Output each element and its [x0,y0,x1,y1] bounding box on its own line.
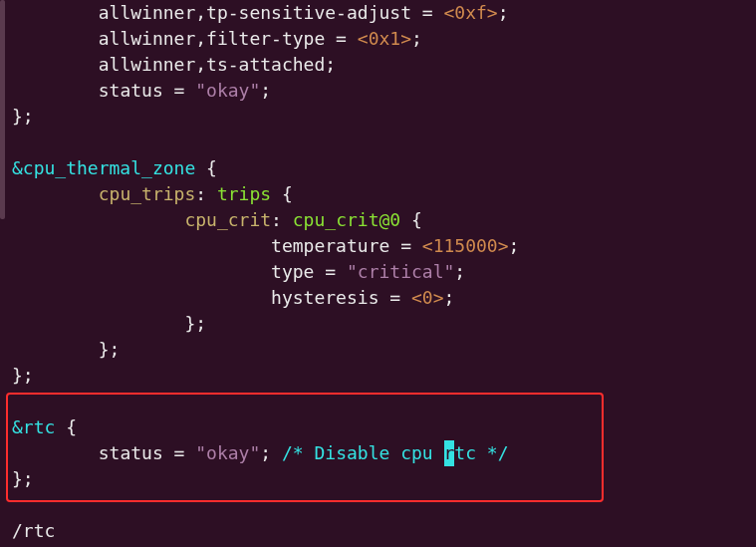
code-line [0,130,756,155]
code-line: hysteresis = <0>; [0,285,756,311]
code-line: }; [0,363,756,389]
code-line: }; [0,104,756,130]
code-line: cpu_crit: cpu_crit@0 { [0,207,756,233]
search-status-line: /rtc [0,518,756,544]
text-cursor: r [444,440,455,466]
code-line: &cpu_thermal_zone { [0,155,756,181]
code-line: status = "okay"; /* Disable cpu rtc */ [0,440,756,466]
code-line: cpu_trips: trips { [0,181,756,207]
code-line [0,389,756,414]
code-line: allwinner,filter-type = <0x1>; [0,26,756,52]
code-line: type = "critical"; [0,259,756,285]
code-editor[interactable]: allwinner,tp-sensitive-adjust = <0xf>; a… [0,0,756,547]
code-line: &rtc { [0,414,756,440]
code-line: }; [0,337,756,363]
code-line: status = "okay"; [0,78,756,104]
code-line [0,492,756,518]
code-line: temperature = <115000>; [0,233,756,259]
code-line: allwinner,ts-attached; [0,52,756,78]
code-line: }; [0,311,756,337]
code-line: }; [0,466,756,492]
code-line: allwinner,tp-sensitive-adjust = <0xf>; [0,0,756,26]
